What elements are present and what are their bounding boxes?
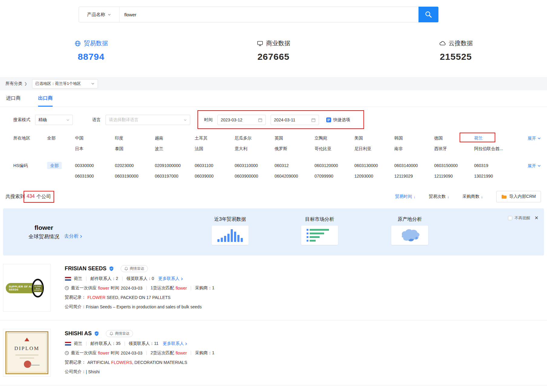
hs-option[interactable]: 0603150000	[434, 162, 474, 169]
hs-option[interactable]: 12119029	[394, 172, 434, 180]
hs-option[interactable]: 00330000	[75, 162, 115, 169]
search-input[interactable]	[119, 7, 419, 22]
region-option[interactable]: 南非	[394, 145, 434, 153]
region-option[interactable]: 意大利	[235, 145, 275, 153]
region-option[interactable]: 立陶宛	[314, 134, 354, 142]
hs-option[interactable]: 06031100	[195, 162, 235, 169]
region-option-selected[interactable]: 荷兰	[474, 136, 483, 140]
quick-options-button[interactable]: 快捷选项	[326, 117, 350, 123]
region-option[interactable]: 日本	[75, 145, 115, 153]
hs-option[interactable]: 0603130000	[354, 162, 394, 169]
import-crm-button[interactable]: 导入内部CRM	[496, 191, 541, 202]
tab-exporters[interactable]: 出口商	[38, 90, 53, 107]
stat-trade-data[interactable]: 贸易数据 88794	[0, 39, 182, 62]
chevron-right-icon	[180, 277, 184, 281]
arrow-down-icon: ↓	[447, 194, 449, 199]
category-select[interactable]: 产品名称	[79, 7, 119, 22]
analyze-link[interactable]: 去分析	[64, 233, 83, 239]
hs-option[interactable]: 0603197000	[155, 172, 195, 180]
stat-cloud-data[interactable]: 云搜数据 215525	[365, 39, 547, 62]
hs-option[interactable]: 0604209000	[275, 172, 314, 180]
sort-buyer-count[interactable]: 采购商数↓	[463, 194, 483, 199]
region-option[interactable]: 美国	[354, 134, 394, 142]
sort-trade-count[interactable]: 贸易次数↓	[429, 194, 449, 199]
hs-option[interactable]: 12119090	[434, 172, 474, 180]
divider	[122, 277, 122, 281]
divider	[125, 342, 125, 346]
region-all-option[interactable]: 全部	[47, 134, 75, 153]
logo-text: DIPLOM	[6, 345, 47, 352]
company-name[interactable]: SHISHI AS	[65, 330, 92, 337]
region-expand-link[interactable]: 展开	[528, 134, 541, 153]
search-button[interactable]	[418, 7, 438, 22]
search-icon	[425, 11, 432, 18]
search-mode-value: 精确	[38, 117, 66, 123]
banner-card-origin-analysis[interactable]: 原产地分析	[387, 216, 432, 245]
close-icon[interactable]: ✕	[535, 215, 539, 221]
banner-card-trade-data[interactable]: 近3年贸易数据	[207, 216, 253, 245]
region-option[interactable]: 波兰	[155, 145, 195, 153]
tab-importers[interactable]: 进口商	[6, 90, 21, 107]
company-logo[interactable]: DIPLOM	[3, 329, 51, 377]
radar-badge[interactable]: 商情雷达	[121, 265, 148, 272]
region-option[interactable]: 西班牙	[434, 145, 474, 153]
hs-option[interactable]: 02023000	[115, 162, 155, 169]
stat-business-data[interactable]: 商业数据 267665	[182, 39, 365, 62]
company-logo[interactable]: SUPPLIER OF ALL SEEDS FLOWER BULB EXPERT…	[3, 264, 51, 312]
hs-option[interactable]: 0603140000	[394, 162, 434, 169]
linkedin-contacts-count: 11	[154, 341, 159, 346]
hs-option[interactable]: 06039000	[195, 172, 235, 180]
certificate-emblem	[24, 338, 29, 341]
hs-option[interactable]: 12093000	[354, 172, 394, 180]
results-suffix: 个公司	[37, 194, 51, 200]
region-option[interactable]: 印度	[115, 134, 155, 142]
selected-region-dropdown[interactable]: 已选地区：荷兰等1个地区	[32, 79, 98, 88]
hs-option[interactable]: 0603110000	[235, 162, 275, 169]
date-to-input[interactable]: 2024-03-11	[271, 115, 319, 125]
trade-record-label: 贸易记录：	[65, 295, 86, 300]
region-option[interactable]: 厄瓜多尔	[235, 134, 275, 142]
stat-label: 商业数据	[266, 39, 290, 47]
breadcrumb[interactable]: 所有分类	[5, 81, 22, 86]
hs-expand-link[interactable]: 展开	[528, 162, 541, 180]
company-name[interactable]: FRISIAN SEEDS	[65, 265, 106, 272]
dont-remind-checkbox[interactable]	[508, 216, 512, 220]
hs-option[interactable]: 13021990	[474, 172, 514, 180]
region-option[interactable]: 中国	[75, 134, 115, 142]
company-intro: Frisian Seeds – Experts in production an…	[86, 304, 202, 309]
hs-option[interactable]: 0603190000	[115, 172, 155, 180]
netherlands-flag-icon	[65, 277, 71, 281]
region-option[interactable]: 德国	[434, 134, 474, 142]
region-option[interactable]: 尼日利亚	[354, 145, 394, 153]
date-from-input[interactable]: 2023-03-12	[217, 115, 266, 125]
radar-badge[interactable]: 商情雷达	[106, 330, 133, 337]
hs-option[interactable]: 0603900000	[235, 172, 275, 180]
region-option[interactable]: 阿拉伯联合酋...	[474, 145, 514, 153]
chevron-right-icon	[184, 342, 188, 345]
banner-card-target-market[interactable]: 目标市场分析	[297, 216, 342, 245]
sort-trade-time[interactable]: 贸易时间↓	[395, 194, 416, 199]
hs-option[interactable]: 07099990	[314, 172, 354, 180]
hs-option[interactable]: 02091000000	[155, 162, 195, 169]
region-option[interactable]: 土耳其	[195, 134, 235, 142]
chevron-down-icon	[66, 118, 70, 122]
hs-option[interactable]: 060312	[275, 162, 314, 169]
region-option[interactable]: 泰国	[115, 145, 155, 153]
more-contacts-link[interactable]: 更多联系人	[158, 276, 184, 281]
more-contacts-link[interactable]: 更多联系人	[163, 341, 188, 346]
region-option[interactable]: 哥伦比亚	[314, 145, 354, 153]
region-option[interactable]: 法国	[195, 145, 235, 153]
divider	[191, 351, 191, 355]
language-select[interactable]: 请选择翻译语言	[106, 115, 190, 125]
region-option[interactable]: 越南	[155, 134, 195, 142]
hs-all-option[interactable]: 全部	[47, 162, 62, 169]
bell-icon	[124, 267, 128, 271]
search-mode-select[interactable]: 精确	[35, 115, 73, 125]
region-option[interactable]: 英国	[275, 134, 314, 142]
region-option[interactable]: 俄罗斯	[275, 145, 314, 153]
hs-option[interactable]: 060319	[474, 162, 514, 169]
region-option[interactable]: 韩国	[394, 134, 434, 142]
hs-option[interactable]: 06031900	[75, 172, 115, 180]
trade-record-label: 贸易记录：	[65, 360, 86, 365]
hs-option[interactable]: 0603120000	[314, 162, 354, 169]
